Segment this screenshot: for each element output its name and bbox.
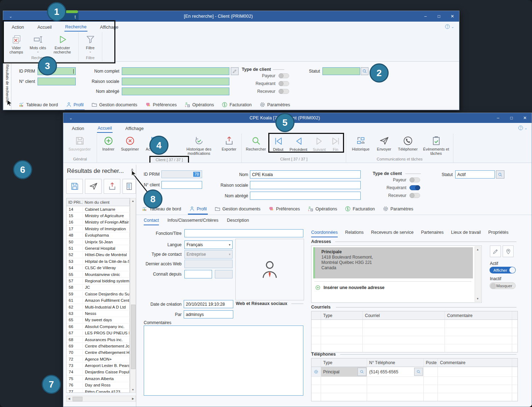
coordonnees-tab[interactable]: Receveurs de service — [371, 230, 413, 237]
window-menu-icon[interactable]: ⌄ — [3, 14, 18, 19]
result-row[interactable]: 66Absolut Company inc. — [67, 323, 130, 330]
result-row[interactable]: 75Amazon Alberta — [67, 375, 130, 382]
col-type[interactable]: Type — [321, 358, 367, 367]
date-creation-input[interactable]: 20/10/2021 19:10:28 — [184, 300, 233, 308]
statut-lookup-button[interactable] — [496, 170, 504, 179]
empty-row[interactable] — [311, 393, 517, 401]
result-row[interactable]: 76Day and Ross — [67, 382, 130, 389]
filter-button[interactable]: Filtre ⌄ — [80, 32, 100, 53]
col-commentaire[interactable]: Commentaire — [445, 311, 512, 320]
minimize-button[interactable]: – — [491, 115, 505, 120]
last-button[interactable]: Fin — [328, 134, 343, 152]
tab-tableau-de-bord[interactable]: Tableau de bord — [17, 101, 59, 110]
scroll-down-icon[interactable]: ▼ — [130, 388, 136, 391]
window-menu-icon[interactable]: ⌄ — [63, 116, 78, 120]
insert-address-button[interactable]: Insérer une nouvelle adresse — [315, 285, 384, 290]
send-results-button[interactable] — [85, 179, 102, 194]
toggle-switch[interactable] — [410, 177, 420, 182]
maximize-button[interactable]: □ — [432, 14, 446, 19]
result-row[interactable]: 51General Hospital — [67, 245, 130, 251]
gear-icon[interactable] — [314, 369, 319, 374]
scroll-up-icon[interactable]: ▲ — [475, 248, 480, 251]
ribbon-tab[interactable]: Recherche — [64, 22, 87, 32]
nom-input[interactable]: CPE Koala — [250, 170, 361, 179]
result-row[interactable]: 14Cabinet Lamarre — [67, 206, 130, 213]
empty-row[interactable] — [311, 336, 517, 344]
result-row[interactable]: 61Amazon Fullfilment Cente — [67, 297, 130, 304]
coordonnees-tab[interactable]: Partenaires — [421, 230, 444, 237]
col-commentaire[interactable]: Commentaire — [438, 358, 512, 367]
results-vscrollbar[interactable]: ▲ ▼ — [130, 198, 136, 393]
ribbon-tab[interactable]: Accueil — [37, 23, 52, 31]
result-row[interactable]: 50Uniprix St-Jean — [67, 239, 130, 245]
tab-parametres[interactable]: Paramètres — [382, 205, 414, 215]
export-button[interactable]: Exporter — [218, 134, 240, 156]
coordonnees-tab[interactable]: Coordonnées — [311, 230, 338, 237]
minimize-button[interactable]: – — [419, 14, 432, 19]
address-vscrollbar[interactable]: ▲ ▼ — [475, 247, 481, 302]
keywords-button[interactable]: Mots clés ⌄ — [28, 32, 48, 55]
events-tasks-button[interactable]: Évènements et tâches — [421, 134, 451, 156]
result-row[interactable]: 58JC — [67, 284, 130, 291]
save-button[interactable]: Sauvegarder — [65, 134, 94, 151]
tab-facturation[interactable]: Facturation — [344, 205, 376, 215]
tab-parametres[interactable]: Paramètres — [258, 101, 291, 110]
col-type[interactable]: Type — [321, 311, 363, 320]
sub-tab[interactable]: Infos/Classement/Critères — [167, 218, 218, 225]
address-card[interactable]: Principale 1418 Boulevard Rosemont, Mont… — [313, 247, 473, 278]
nom-abrege-input[interactable] — [122, 87, 229, 95]
tab-preferences[interactable]: Préférences — [267, 205, 301, 215]
no-client-input[interactable] — [161, 181, 202, 189]
sub-tab[interactable]: Description — [227, 218, 249, 225]
masquer-toggle[interactable]: Masquer — [490, 282, 516, 289]
tab-operations[interactable]: Opérations — [307, 205, 338, 215]
result-row[interactable]: 48Évolupharma — [67, 232, 130, 239]
empty-row[interactable] — [311, 377, 517, 385]
export-results-button[interactable] — [104, 179, 120, 194]
coordonnees-tab[interactable]: Relations — [345, 230, 364, 237]
empty-row[interactable] — [311, 328, 517, 336]
dernier-acces-input[interactable] — [184, 260, 233, 268]
next-button[interactable]: Suivant — [310, 134, 328, 152]
result-row[interactable]: 62Multi-Industrial A D Ltd — [67, 304, 130, 310]
ribbon-tab[interactable]: Affichage — [125, 124, 144, 132]
help-button[interactable]: ⌄ — [518, 125, 527, 131]
connait-depuis-unit-input[interactable] — [215, 270, 233, 278]
result-row[interactable]: 68Assurances Plus inc. — [67, 337, 130, 343]
result-row[interactable]: 15Ministry of Agriculture — [67, 213, 130, 219]
phone-type-lookup-button[interactable] — [357, 368, 366, 376]
results-hscrollbar[interactable]: ◀ ▶ — [66, 396, 136, 402]
insert-button[interactable]: Insérer — [99, 134, 118, 156]
titlebar-client[interactable]: ⌄ CPE Koala [78] - Client (PRIM002) – □ … — [63, 113, 532, 123]
delete-button[interactable]: Supprimer — [118, 134, 142, 156]
type-contact-select[interactable]: Entreprise▾ — [184, 250, 233, 259]
scroll-right-icon[interactable]: ▶ — [132, 397, 134, 400]
tab-profil[interactable]: Profil — [188, 205, 208, 215]
langue-select[interactable]: Français▾ — [184, 241, 233, 249]
raison-sociale-input[interactable] — [122, 78, 229, 85]
result-row[interactable]: 63Nesss — [67, 310, 130, 317]
execute-search-button[interactable]: Exécuter recherche — [48, 32, 76, 55]
scroll-down-icon[interactable]: ▼ — [475, 297, 480, 300]
clear-fields-button[interactable]: Vider champs — [5, 32, 28, 55]
phone-number-lookup-button[interactable] — [414, 368, 423, 376]
previous-button[interactable]: Précédent — [287, 134, 310, 152]
connait-depuis-input[interactable] — [184, 270, 212, 278]
result-row[interactable]: 57Regional bidding system — [67, 278, 130, 284]
coordonnees-tab[interactable]: Lieux de travail — [451, 230, 481, 237]
raison-sociale-input[interactable] — [250, 181, 361, 189]
edit-address-button[interactable] — [490, 245, 501, 257]
result-row[interactable]: 17Ministry of Immigration — [67, 226, 130, 232]
col-poste[interactable]: Poste — [424, 358, 438, 367]
result-row[interactable]: 16Ministry of Foreign Affair — [67, 219, 130, 226]
toggle-switch[interactable] — [410, 193, 420, 198]
tab-gestion-documents[interactable]: Gestion documents — [90, 101, 138, 110]
empty-row[interactable] — [311, 320, 517, 328]
tab-profil[interactable]: Profil — [65, 101, 85, 110]
fonction-titre-input[interactable] — [184, 229, 303, 237]
first-button[interactable]: Début — [270, 134, 287, 152]
result-row[interactable]: 55Mountainview clinic — [67, 271, 130, 278]
result-row[interactable]: 74Desjardins Caisse Popula — [67, 369, 130, 375]
history-mods-button[interactable]: Historique des modifications — [179, 134, 218, 156]
phone-row[interactable]: Principal (514) 655-6565 — [311, 367, 517, 377]
